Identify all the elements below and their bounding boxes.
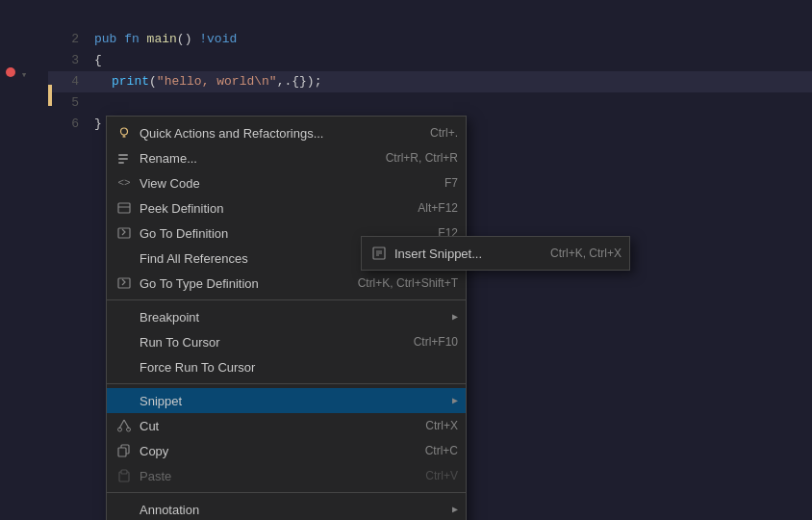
code-line-2: 2 pub fn main() !void — [48, 29, 812, 50]
menu-item-paste: Paste Ctrl+V — [107, 463, 466, 488]
breakpoint-label: Breakpoint — [140, 310, 448, 325]
menu-item-peek-definition[interactable]: Peek Definition Alt+F12 — [107, 195, 466, 221]
annotation-arrow: ▶ — [452, 504, 458, 515]
code-content: 2 pub fn main() !void 3 { 4 print("hello… — [48, 0, 812, 135]
breakpoint-indicator — [6, 67, 15, 77]
code-line-4: 4 print("hello, world\n",.{}); — [48, 71, 812, 92]
code-line-5: 5 — [48, 92, 812, 114]
rename-shortcut: Ctrl+R, Ctrl+R — [386, 151, 458, 165]
copy-icon — [114, 441, 134, 460]
view-code-shortcut: F7 — [444, 176, 458, 190]
menu-item-view-code[interactable]: <> View Code F7 — [107, 170, 466, 195]
run-to-cursor-shortcut: Ctrl+F10 — [414, 335, 458, 349]
insert-snippet-shortcut: Ctrl+K, Ctrl+X — [550, 247, 622, 260]
svg-rect-17 — [121, 470, 127, 474]
quick-actions-label: Quick Actions and Refactorings... — [140, 126, 411, 141]
copy-label: Copy — [140, 444, 406, 458]
find-all-refs-label: Find All References — [140, 251, 389, 266]
force-run-label: Force Run To Cursor — [140, 360, 458, 375]
force-run-icon — [114, 357, 134, 377]
goto-definition-icon — [114, 223, 134, 243]
menu-item-insert-snippet[interactable]: Insert Snippet... Ctrl+K, Ctrl+X — [362, 241, 629, 266]
separator-1 — [107, 299, 466, 300]
find-refs-icon — [114, 248, 134, 268]
snippet-arrow: ▶ — [452, 395, 458, 406]
view-code-label: View Code — [140, 176, 425, 191]
breakpoint-icon — [114, 307, 134, 326]
svg-rect-4 — [118, 158, 128, 160]
insert-snippet-icon — [369, 244, 389, 263]
cut-icon — [114, 416, 134, 435]
rename-label: Rename... — [140, 151, 367, 166]
breakpoint-arrow: ▶ — [452, 311, 458, 323]
svg-rect-3 — [118, 154, 128, 156]
current-line-indicator — [48, 85, 52, 106]
separator-2 — [107, 383, 466, 384]
menu-item-breakpoint[interactable]: Breakpoint ▶ — [107, 304, 466, 329]
svg-rect-6 — [118, 203, 130, 213]
run-to-cursor-label: Run To Cursor — [140, 335, 394, 350]
menu-item-rename[interactable]: Rename... Ctrl+R, Ctrl+R — [107, 145, 466, 170]
menu-item-snippet[interactable]: Snippet ▶ — [107, 388, 466, 413]
goto-type-def-label: Go To Type Definition — [140, 276, 339, 291]
cut-shortcut: Ctrl+X — [425, 419, 458, 432]
svg-rect-15 — [118, 448, 126, 456]
cut-label: Cut — [140, 419, 406, 433]
annotation-label: Annotation — [140, 503, 448, 517]
code-line-1 — [48, 8, 812, 29]
code-line-3: 3 { — [48, 50, 812, 71]
goto-type-def-shortcut: Ctrl+K, Ctrl+Shift+T — [358, 276, 458, 290]
menu-item-force-run-to-cursor[interactable]: Force Run To Cursor — [107, 354, 466, 379]
menu-item-annotation[interactable]: Annotation ▶ — [107, 497, 466, 520]
paste-shortcut: Ctrl+V — [425, 469, 458, 482]
peek-definition-icon — [114, 198, 134, 218]
context-menu: Quick Actions and Refactorings... Ctrl+.… — [106, 116, 467, 520]
snippet-label: Snippet — [140, 394, 448, 408]
snippet-submenu: Insert Snippet... Ctrl+K, Ctrl+X — [361, 236, 630, 271]
code-editor: 2 pub fn main() !void 3 { 4 print("hello… — [0, 0, 812, 520]
lightbulb-icon — [114, 123, 134, 143]
separator-3 — [107, 492, 466, 493]
menu-item-goto-type-def[interactable]: Go To Type Definition Ctrl+K, Ctrl+Shift… — [107, 271, 466, 296]
run-to-cursor-icon — [114, 332, 134, 351]
view-code-icon: <> — [114, 173, 134, 193]
paste-icon — [114, 466, 134, 485]
menu-item-copy[interactable]: Copy Ctrl+C — [107, 438, 466, 463]
fold-indicator[interactable]: ▾ — [17, 64, 31, 85]
peek-definition-label: Peek Definition — [140, 201, 398, 216]
paste-label: Paste — [140, 469, 406, 483]
insert-snippet-label: Insert Snippet... — [394, 247, 531, 261]
menu-item-run-to-cursor[interactable]: Run To Cursor Ctrl+F10 — [107, 329, 466, 354]
menu-item-quick-actions[interactable]: Quick Actions and Refactorings... Ctrl+. — [107, 120, 466, 145]
peek-definition-shortcut: Alt+F12 — [418, 201, 458, 215]
copy-shortcut: Ctrl+C — [425, 444, 458, 457]
snippet-icon — [114, 391, 134, 410]
goto-type-def-icon — [114, 273, 134, 293]
quick-actions-shortcut: Ctrl+. — [430, 126, 458, 140]
annotation-icon — [114, 500, 134, 519]
rename-icon — [114, 148, 134, 168]
svg-point-0 — [121, 128, 128, 135]
menu-item-cut[interactable]: Cut Ctrl+X — [107, 413, 466, 438]
svg-rect-5 — [118, 162, 124, 164]
